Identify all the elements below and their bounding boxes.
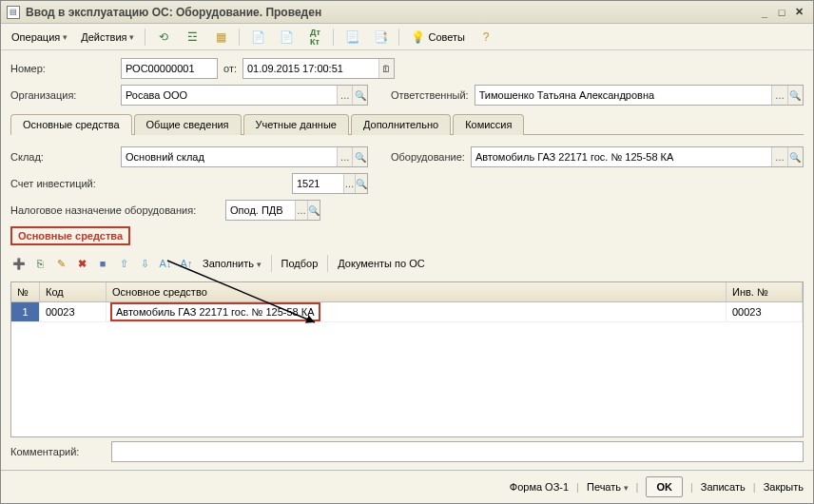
search-icon[interactable]: 🔍 bbox=[787, 86, 803, 105]
tab-accounting[interactable]: Учетные данные bbox=[243, 114, 349, 135]
toolbar-separator bbox=[239, 29, 240, 46]
disk-icon: ■ bbox=[100, 258, 107, 269]
tb-icon-1[interactable]: ⟲ bbox=[151, 27, 176, 48]
pencil-icon: ✎ bbox=[57, 258, 66, 270]
warehouse-field[interactable]: … 🔍 bbox=[121, 146, 368, 167]
advice-button[interactable]: 💡Советы bbox=[405, 27, 469, 48]
tb-icon-6[interactable]: ДтКт bbox=[302, 27, 327, 48]
copy-icon: ⎘ bbox=[37, 258, 44, 269]
section-header-wrap: Основные средства bbox=[10, 226, 804, 245]
fill-menu[interactable]: Заполнить bbox=[199, 258, 265, 269]
org-input[interactable] bbox=[122, 86, 337, 105]
tab-commission[interactable]: Комиссия bbox=[453, 114, 524, 135]
warehouse-input[interactable] bbox=[122, 147, 337, 166]
col-code[interactable]: Код bbox=[40, 282, 107, 301]
operation-menu[interactable]: Операция bbox=[7, 29, 72, 46]
refresh-icon: ⟲ bbox=[156, 29, 171, 45]
ellipsis-icon[interactable]: … bbox=[295, 201, 307, 220]
date-input[interactable] bbox=[243, 59, 378, 78]
dtkt-icon: ДтКт bbox=[307, 29, 322, 45]
search-icon[interactable]: 🔍 bbox=[307, 201, 320, 220]
move-down-button[interactable]: ⇩ bbox=[136, 255, 153, 272]
calendar-icon[interactable]: 🗓 bbox=[378, 59, 394, 78]
sort-asc-icon: A↓ bbox=[160, 258, 172, 269]
separator: | bbox=[636, 481, 639, 493]
window-root: ▤ Ввод в эксплуатацию ОС: Оборудование. … bbox=[0, 0, 814, 504]
toolbar-separator bbox=[333, 29, 334, 46]
comment-field[interactable] bbox=[111, 441, 804, 462]
equip-field[interactable]: … 🔍 bbox=[471, 146, 804, 167]
report-icon: 📑 bbox=[373, 29, 388, 45]
page-icon: 📃 bbox=[344, 29, 359, 45]
section-title: Основные средства bbox=[10, 226, 130, 245]
tax-field[interactable]: … 🔍 bbox=[225, 200, 320, 221]
col-inv[interactable]: Инв. № bbox=[727, 282, 803, 301]
ellipsis-icon[interactable]: … bbox=[771, 86, 786, 105]
search-icon[interactable]: 🔍 bbox=[352, 147, 367, 166]
copy-button[interactable]: ⎘ bbox=[31, 255, 48, 272]
resp-input[interactable] bbox=[475, 86, 772, 105]
search-icon[interactable]: 🔍 bbox=[355, 174, 367, 193]
actions-menu[interactable]: Действия bbox=[76, 29, 139, 46]
edit-button[interactable]: ✎ bbox=[52, 255, 69, 272]
close-button[interactable]: ✕ bbox=[790, 6, 807, 18]
save-button-sm[interactable]: ■ bbox=[94, 255, 111, 272]
search-icon[interactable]: 🔍 bbox=[352, 86, 367, 105]
tab-general[interactable]: Общие сведения bbox=[134, 114, 242, 135]
equip-input[interactable] bbox=[472, 147, 771, 166]
add-button[interactable]: ➕ bbox=[10, 255, 28, 272]
assets-grid[interactable]: № Код Основное средство Инв. № 1 00023 А… bbox=[10, 281, 804, 437]
col-num[interactable]: № bbox=[11, 282, 40, 301]
warehouse-label: Склад: bbox=[10, 151, 115, 163]
from-label: от: bbox=[223, 63, 237, 74]
tab-additional[interactable]: Дополнительно bbox=[351, 114, 451, 135]
save-button[interactable]: Записать bbox=[701, 481, 746, 493]
comment-input[interactable] bbox=[112, 442, 803, 461]
col-name[interactable]: Основное средство bbox=[107, 282, 727, 301]
post-icon: ▦ bbox=[213, 29, 228, 45]
resp-field[interactable]: … 🔍 bbox=[475, 85, 804, 106]
invest-field[interactable]: … 🔍 bbox=[292, 173, 368, 194]
tax-input[interactable] bbox=[226, 201, 295, 220]
tb-icon-2[interactable]: ☲ bbox=[180, 27, 204, 48]
up-icon: ⇧ bbox=[120, 258, 128, 270]
ellipsis-icon[interactable]: … bbox=[337, 86, 352, 105]
select-link[interactable]: Подбор bbox=[278, 258, 322, 269]
tabs-bar: Основные средства Общие сведения Учетные… bbox=[10, 113, 804, 135]
date-field[interactable]: 🗓 bbox=[242, 58, 395, 79]
table-row[interactable]: 1 00023 Автомобиль ГАЗ 22171 гос. № 125-… bbox=[11, 302, 803, 322]
ellipsis-icon[interactable]: … bbox=[337, 147, 352, 166]
form-oz1-link[interactable]: Форма ОЗ-1 bbox=[510, 481, 569, 493]
print-menu[interactable]: Печать bbox=[587, 481, 629, 493]
separator: | bbox=[690, 481, 693, 493]
sort-asc-button[interactable]: A↓ bbox=[157, 255, 174, 272]
help-button[interactable]: ? bbox=[474, 27, 498, 48]
ok-button[interactable]: OK bbox=[646, 476, 683, 497]
tb-icon-4[interactable]: 📄 bbox=[245, 27, 270, 48]
ellipsis-icon[interactable]: … bbox=[343, 174, 355, 193]
tb-icon-8[interactable]: 📑 bbox=[368, 27, 393, 48]
search-icon[interactable]: 🔍 bbox=[787, 147, 803, 166]
org-field[interactable]: … 🔍 bbox=[121, 85, 368, 106]
plus-icon: ➕ bbox=[12, 258, 26, 270]
down-icon: ⇩ bbox=[141, 258, 149, 270]
maximize-button[interactable]: □ bbox=[773, 7, 790, 18]
delete-button[interactable]: ✖ bbox=[73, 255, 90, 272]
comment-label: Комментарий: bbox=[10, 446, 106, 457]
tb-icon-5[interactable]: 📄 bbox=[274, 27, 299, 48]
move-up-button[interactable]: ⇧ bbox=[115, 255, 132, 272]
number-input[interactable] bbox=[122, 59, 217, 78]
docs-link[interactable]: Документы по ОС bbox=[334, 258, 428, 269]
tb-icon-3[interactable]: ▦ bbox=[208, 27, 233, 48]
invest-input[interactable] bbox=[293, 174, 343, 193]
number-field[interactable] bbox=[121, 58, 218, 79]
minimize-button[interactable]: _ bbox=[756, 7, 773, 18]
separator bbox=[271, 255, 272, 272]
ellipsis-icon[interactable]: … bbox=[771, 147, 786, 166]
close-link[interactable]: Закрыть bbox=[764, 481, 804, 493]
resp-label: Ответственный: bbox=[391, 89, 469, 101]
number-label: Номер: bbox=[10, 63, 115, 74]
tb-icon-7[interactable]: 📃 bbox=[339, 27, 364, 48]
tab-fixed-assets[interactable]: Основные средства bbox=[10, 114, 132, 135]
sort-desc-button[interactable]: A↑ bbox=[178, 255, 195, 272]
